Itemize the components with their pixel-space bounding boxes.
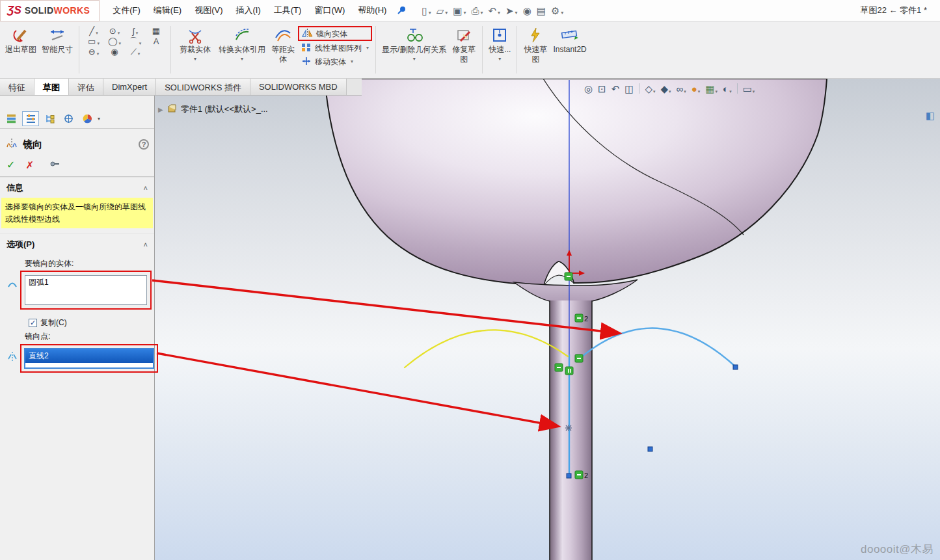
cancel-button[interactable]: ✗ — [25, 159, 34, 171]
edit-appearance-icon[interactable]: ●▾ — [692, 84, 701, 94]
display-manager-tab-icon[interactable] — [79, 111, 96, 126]
menu-window[interactable]: 窗口(W) — [308, 1, 351, 20]
select-cursor-icon[interactable]: ➤▾ — [503, 5, 520, 17]
view-settings-icon[interactable]: ◐▾ — [723, 84, 732, 94]
instant2d-button[interactable]: Instant2D — [550, 23, 589, 77]
display-delete-relations-button[interactable]: 显示/删除几何关系 ▾ — [379, 23, 449, 77]
copy-checkbox[interactable]: ✓ 复制(C) — [29, 317, 154, 328]
flyout-tree-label[interactable]: 零件1 (默认<<默认>_... — [181, 103, 268, 115]
save-document-icon[interactable]: ▣▾ — [450, 5, 468, 17]
exit-sketch-button[interactable]: 退出草图 — [3, 23, 39, 77]
rapid-sketch-icon — [527, 25, 544, 45]
repair-sketch-button[interactable]: 修复草图 — [449, 23, 479, 77]
camera-view-icon[interactable]: ▭▾ — [743, 84, 755, 94]
text-tool-icon[interactable]: A — [146, 37, 166, 46]
slot-tool-icon[interactable]: ⊖▾ — [84, 47, 103, 56]
fillet-tool-icon[interactable]: ⟋▾ — [126, 47, 145, 56]
ellipse-tool-icon[interactable]: ◯▾ — [105, 37, 124, 46]
hide-show-items-icon[interactable]: ∞▾ — [677, 84, 686, 94]
menu-help[interactable]: 帮助(H) — [351, 1, 393, 20]
collapse-chevron-icon[interactable]: ˄ — [144, 241, 148, 248]
mirror-entities-button[interactable]: 镜向实体 — [299, 27, 371, 40]
trim-entities-button[interactable]: 剪裁实体 ▾ — [174, 23, 216, 77]
entities-to-mirror-listbox[interactable]: 圆弧1 — [25, 275, 147, 305]
menu-edit[interactable]: 编辑(E) — [147, 1, 188, 20]
view-orientation-icon[interactable]: ◇▾ — [645, 84, 655, 94]
menu-file[interactable]: 文件(F) — [106, 1, 147, 20]
tab-evaluate[interactable]: 评估 — [69, 79, 103, 95]
menu-tools[interactable]: 工具(T) — [267, 1, 308, 20]
checkbox-check-icon[interactable]: ✓ — [29, 319, 37, 327]
display-style-icon[interactable]: ◆▾ — [661, 84, 671, 94]
info-message: 选择要镜向的实体及一镜向所绕的草图线或线性模型边线 — [1, 198, 153, 228]
property-manager-tab-icon[interactable] — [22, 111, 39, 126]
new-document-icon[interactable]: ▯▾ — [419, 5, 433, 17]
linear-pattern-icon — [301, 43, 312, 53]
tab-dimxpert[interactable]: DimXpert — [103, 79, 156, 95]
ok-button[interactable]: ✓ — [7, 159, 15, 171]
circle-tool-icon[interactable]: ⊙▾ — [105, 27, 124, 35]
pane-tabs-overflow-icon[interactable]: ▾ — [98, 116, 100, 122]
3d-scene-canvas[interactable]: 2 2 — [155, 79, 940, 560]
list-item-selected[interactable]: 直线2 — [25, 349, 153, 363]
arc-tool-icon[interactable]: ⌒▾ — [126, 37, 145, 46]
mirror-about-listbox[interactable]: 直线2 — [24, 348, 154, 369]
pattern-tool-icon[interactable]: ▦ — [146, 27, 166, 35]
linear-sketch-pattern-button[interactable]: 线性草图阵列 ▾ — [298, 42, 372, 55]
dimxpert-manager-tab-icon[interactable] — [60, 111, 77, 126]
watermark: dooooit@木易 — [861, 542, 933, 557]
options-gear-icon[interactable]: ⚙▾ — [548, 5, 566, 17]
info-section-header[interactable]: 信息 ˄ — [0, 177, 154, 197]
move-entities-button[interactable]: 移动实体 ▾ — [298, 55, 372, 68]
selected-arc[interactable] — [579, 328, 736, 367]
point-tool-icon[interactable]: ◉ — [105, 47, 124, 56]
print-document-icon[interactable]: ⎙▾ — [468, 5, 485, 17]
mirror-about-highlight-box: 直线2 — [20, 344, 158, 373]
smart-dimension-button[interactable]: 智能尺寸 — [39, 23, 75, 77]
apply-scene-icon[interactable]: ▦▾ — [705, 84, 718, 94]
graphics-area[interactable]: 2 2 ▶ 零件1 (默认<<默认>_... ◎ ⊡ ↶ ◫ ◇▾ ◆▾ ∞▾ … — [155, 79, 940, 560]
entities-highlight-box: 圆弧1 — [20, 271, 152, 310]
title-bar: ƷS SOLIDWORKS 文件(F) 编辑(E) 视图(V) 插入(I) 工具… — [0, 0, 940, 21]
configuration-manager-tab-icon[interactable] — [41, 111, 58, 126]
pin-menu-icon[interactable] — [397, 6, 406, 15]
quick-snaps-button[interactable]: 快速... ▾ — [486, 23, 513, 77]
convert-entities-button[interactable]: 转换实体引用 ▾ — [216, 23, 268, 77]
undo-icon[interactable]: ↶▾ — [485, 5, 503, 17]
line-tool-icon[interactable]: ╱▾ — [84, 27, 103, 35]
goblet-bowl[interactable] — [325, 79, 827, 286]
rectangle-tool-icon[interactable]: ▭▾ — [84, 37, 103, 46]
list-item[interactable]: 圆弧1 — [25, 276, 146, 289]
spline-tool-icon[interactable]: ʃ▾ — [126, 27, 145, 35]
flyout-expand-icon[interactable]: ▶ — [158, 106, 163, 113]
help-icon[interactable]: ? — [139, 139, 149, 150]
feature-manager-tab-icon[interactable] — [3, 111, 20, 126]
panel-toggle-icon[interactable]: ◧ — [926, 110, 935, 122]
rapid-sketch-button[interactable]: 快速草图 — [520, 23, 550, 77]
previous-view-icon[interactable]: ↶ — [611, 84, 620, 94]
options-section-header[interactable]: 选项(P) ˄ — [0, 233, 154, 254]
mirror-preview-arc[interactable] — [405, 330, 568, 367]
sphere-tool-icon[interactable]: ◉ — [520, 5, 534, 17]
open-document-icon[interactable]: ▱▾ — [434, 5, 451, 17]
menu-bar: 文件(F) 编辑(E) 视图(V) 插入(I) 工具(T) 窗口(W) 帮助(H… — [106, 1, 393, 20]
tab-solidworks-addins[interactable]: SOLIDWORKS 插件 — [156, 79, 250, 95]
menu-view[interactable]: 视图(V) — [188, 1, 229, 20]
feature-tree-flyout[interactable]: ▶ 零件1 (默认<<默认>_... — [158, 103, 268, 115]
report-tool-icon[interactable]: ▤ — [534, 5, 548, 17]
section-view-icon[interactable]: ◫ — [624, 84, 634, 94]
tab-solidworks-mbd[interactable]: SOLIDWORKS MBD — [250, 79, 347, 95]
sketch-point-marker[interactable] — [565, 425, 572, 431]
tab-features[interactable]: 特征 — [0, 79, 34, 95]
command-title: 镜向 — [23, 139, 42, 151]
zoom-area-icon[interactable]: ⊡ — [598, 84, 606, 94]
tab-sketch[interactable]: 草图 — [34, 79, 69, 95]
collapse-chevron-icon[interactable]: ˄ — [144, 184, 148, 192]
solidworks-logo: ƷS SOLIDWORKS — [0, 0, 100, 21]
menu-insert[interactable]: 插入(I) — [229, 1, 267, 20]
offset-entities-button[interactable]: 等距实体 — [268, 23, 298, 77]
zoom-fit-icon[interactable]: ◎ — [584, 84, 593, 94]
convert-entities-icon — [234, 25, 250, 45]
mirror-about-label: 镜向点: — [25, 331, 154, 342]
keep-visible-pin-icon[interactable] — [49, 159, 60, 170]
